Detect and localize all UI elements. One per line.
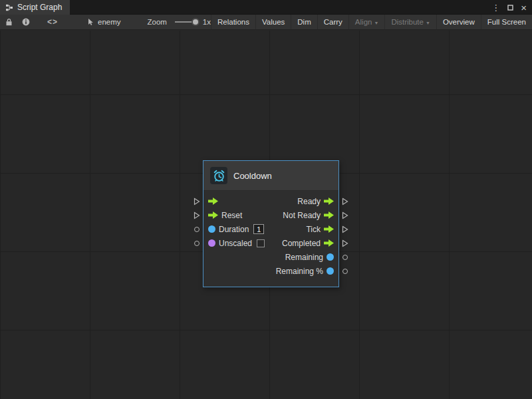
output-port-remaining[interactable]: Remaining % (276, 264, 338, 278)
port-label: Unscaled (219, 239, 252, 248)
value-port-icon (208, 225, 215, 233)
toolbar-button-values[interactable]: Values (255, 15, 291, 29)
close-icon[interactable]: × (521, 3, 527, 13)
value-port-icon (208, 239, 215, 247)
flow-connector[interactable] (339, 222, 351, 236)
output-port-completed[interactable]: Completed (282, 236, 338, 250)
port-label: Completed (282, 239, 321, 248)
toolbar-button-carry[interactable]: Carry (317, 15, 348, 29)
node-output-connectors (339, 160, 351, 278)
chevron-down-icon: ▼ (374, 21, 378, 25)
flow-port-icon (324, 225, 334, 233)
toolbar-button-label: Distribute (391, 18, 424, 26)
cooldown-node-wrap: Cooldown ResetDuration1Unscaled Ready No… (191, 160, 351, 287)
toolbar-button-overview[interactable]: Overview (436, 15, 481, 29)
hollow-triangle-icon (194, 198, 200, 205)
output-port-ready[interactable]: Ready (297, 194, 338, 208)
toolbar-button-label: Dim (297, 18, 311, 26)
toolbar-button-label: Carry (324, 18, 342, 26)
toolbar-button-full-screen[interactable]: Full Screen (481, 15, 532, 29)
tab-script-graph[interactable]: Script Graph (0, 0, 70, 15)
port-label: Remaining % (276, 267, 323, 276)
node-title: Cooldown (233, 171, 272, 181)
value-port-icon (327, 267, 334, 275)
node-input-connectors (191, 160, 203, 250)
cooldown-node[interactable]: Cooldown ResetDuration1Unscaled Ready No… (203, 160, 339, 287)
flow-port-icon (324, 211, 334, 219)
unscaled-checkbox[interactable] (257, 239, 265, 247)
toolbar-button-label: Values (262, 18, 285, 26)
code-icon[interactable]: <> (47, 17, 58, 27)
node-input-rows: ResetDuration1Unscaled (203, 194, 265, 278)
toolbar-button-label: Overview (443, 18, 475, 26)
node-header[interactable]: Cooldown (203, 161, 338, 191)
graph-name: enemy (98, 18, 121, 26)
port-label: Not Ready (283, 211, 321, 220)
zoom-slider[interactable] (175, 21, 197, 23)
toolbar-buttons: RelationsValuesDimCarryAlign▼Distribute▼… (211, 15, 532, 29)
flow-port-icon (208, 211, 218, 219)
toolbar-button-distribute: Distribute▼ (384, 15, 436, 29)
toolbar-button-dim[interactable]: Dim (291, 15, 317, 29)
tab-label: Script Graph (17, 3, 62, 12)
output-port-tick[interactable]: Tick (306, 222, 338, 236)
flow-connector[interactable] (339, 236, 351, 250)
graph-selector[interactable]: enemy (87, 18, 121, 26)
input-port-duration[interactable]: Duration1 (203, 222, 265, 236)
flow-connector[interactable] (191, 194, 203, 208)
port-label: Reset (221, 211, 242, 220)
hollow-circle-icon (342, 269, 348, 274)
lock-icon[interactable] (5, 18, 13, 26)
flow-connector[interactable] (339, 208, 351, 222)
toolbar-button-label: Relations (217, 18, 249, 26)
alarm-clock-icon (210, 167, 227, 184)
port-label: Duration (219, 225, 249, 234)
hollow-triangle-icon (194, 211, 200, 219)
hollow-triangle-icon (342, 211, 348, 219)
toolbar-button-align: Align▼ (348, 15, 385, 29)
toolbar-button-label: Full Screen (487, 18, 526, 26)
menu-icon[interactable]: ⋮ (491, 3, 500, 12)
output-port-not-ready[interactable]: Not Ready (283, 208, 338, 222)
toolbar-button-relations[interactable]: Relations (211, 15, 255, 29)
hollow-circle-icon (194, 227, 200, 232)
output-port-remaining[interactable]: Remaining (285, 250, 338, 264)
hollow-circle-icon (194, 241, 200, 246)
flow-connector[interactable] (339, 194, 351, 208)
flow-port-icon (324, 239, 334, 247)
chevron-down-icon: ▼ (426, 21, 430, 25)
node-output-rows: Ready Not Ready Tick Completed Remaining… (276, 194, 338, 278)
zoom-slider-handle[interactable] (192, 18, 200, 26)
cursor-icon (87, 18, 94, 26)
port-label: Remaining (285, 253, 323, 262)
zoom-label: Zoom (148, 18, 167, 26)
zoom-value: 1x (203, 18, 211, 26)
hollow-triangle-icon (342, 225, 348, 233)
toolbar-button-label: Align (355, 18, 372, 26)
value-connector[interactable] (339, 250, 351, 264)
flow-connector[interactable] (191, 208, 203, 222)
input-port-unscaled[interactable]: Unscaled (203, 236, 265, 250)
duration-value-field[interactable]: 1 (253, 224, 264, 234)
port-label: Tick (306, 225, 321, 234)
maximize-icon[interactable] (507, 5, 513, 11)
node-body: ResetDuration1Unscaled Ready Not Ready T… (203, 191, 338, 287)
hollow-triangle-icon (342, 239, 348, 247)
hollow-circle-icon (342, 255, 348, 260)
port-label: Ready (297, 197, 321, 206)
window-title-bar: Script Graph ⋮ × (0, 0, 532, 15)
hollow-triangle-icon (342, 198, 348, 205)
input-port-enter[interactable] (203, 194, 265, 208)
value-connector[interactable] (339, 264, 351, 278)
flow-port-icon (324, 198, 334, 205)
flow-port-icon (208, 198, 218, 205)
value-connector[interactable] (191, 236, 203, 250)
graph-toolbar: <> enemy Zoom 1x RelationsValuesDimCarry… (0, 15, 532, 30)
input-port-reset[interactable]: Reset (203, 208, 265, 222)
info-icon[interactable] (22, 18, 30, 26)
value-port-icon (327, 253, 334, 261)
value-connector[interactable] (191, 222, 203, 236)
graph-canvas[interactable]: Cooldown ResetDuration1Unscaled Ready No… (0, 31, 532, 399)
graph-icon (5, 4, 13, 11)
